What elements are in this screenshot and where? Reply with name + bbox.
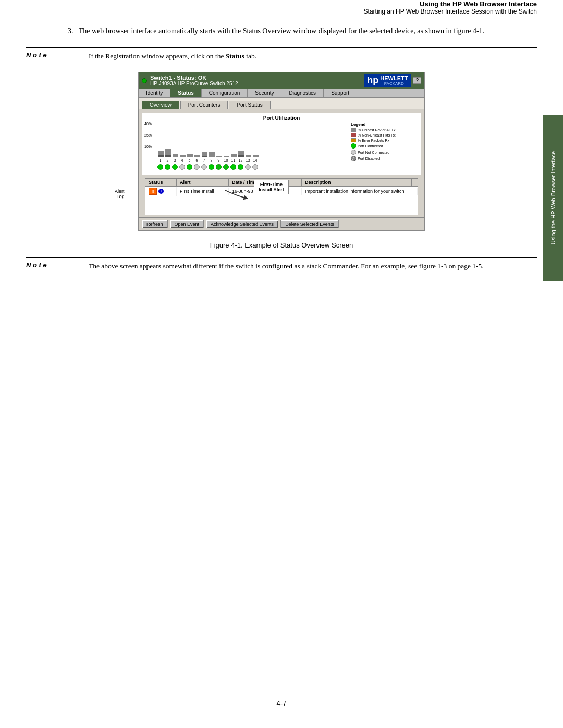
subtab-overview[interactable]: Overview — [142, 101, 179, 109]
cell-status: !! i — [145, 187, 177, 196]
chart-area: Port Utilization 40% 25% 10% — [142, 113, 421, 175]
annotation-bubble: First-TimeInstall Alert — [254, 180, 289, 194]
col-status: Status — [145, 179, 177, 186]
tab-diagnostics[interactable]: Diagnostics — [282, 89, 324, 97]
note-content-2: The above screen appears somewhat differ… — [89, 261, 484, 272]
hp-logo: hp HEWLETT PACKARD — [364, 74, 411, 87]
sidebar: Using the HP Web Browser Interface — [543, 115, 563, 281]
chart-title: Port Utilization — [144, 115, 419, 121]
open-event-button[interactable]: Open Event — [170, 220, 204, 228]
col-alert: Alert — [177, 179, 229, 186]
annotation: First-TimeInstall Alert — [225, 182, 267, 205]
note-label-1: N o t e — [26, 51, 89, 61]
window-titlebar: Switch1 - Status: OK HP J4093A HP ProCur… — [139, 72, 424, 89]
delete-button[interactable]: Delete Selected Events — [280, 220, 339, 228]
cell-description: Important installation information for y… — [302, 188, 418, 195]
chart-legend: Legend % Unicast Rcv or All Tx % Non-Uni… — [351, 122, 419, 171]
note-label-2: N o t e — [26, 261, 89, 272]
screenshot: Switch1 - Status: OK HP J4093A HP ProCur… — [138, 72, 425, 231]
chart-left: 40% 25% 10% — [144, 122, 347, 171]
note-1: N o t e If the Registration window appea… — [26, 47, 537, 61]
tab-identity[interactable]: Identity — [139, 89, 170, 97]
button-row: Refresh Open Event Acknowledge Selected … — [139, 217, 424, 230]
chart-body: 40% 25% 10% — [144, 122, 419, 171]
subtab-port-status[interactable]: Port Status — [229, 101, 270, 109]
status-dot — [142, 78, 147, 83]
info-icon: i — [158, 189, 164, 194]
figure-caption: Figure 4-1. Example of Status Overview S… — [0, 241, 563, 249]
sidebar-text: Using the HP Web Browser Interface — [550, 151, 556, 244]
subtab-port-counters[interactable]: Port Counters — [180, 101, 228, 109]
tab-configuration[interactable]: Configuration — [202, 89, 248, 97]
header-title: Using the HP Web Browser Interface — [0, 0, 537, 8]
tab-security[interactable]: Security — [248, 89, 282, 97]
note-2: N o t e The above screen appears somewha… — [26, 257, 537, 272]
body-text: 3. The web browser interface automatical… — [26, 26, 537, 36]
tab-support[interactable]: Support — [324, 89, 357, 97]
sub-tabs: Overview Port Counters Port Status — [139, 98, 424, 109]
acknowledge-button[interactable]: Acknowledge Selected Events — [206, 220, 278, 228]
title-left: Switch1 - Status: OK HP J4093A HP ProCur… — [142, 75, 238, 87]
alert-log-label: AlertLog — [115, 189, 125, 199]
alert-table-area: AlertLog First-TimeInstall Alert Status … — [142, 178, 421, 215]
tab-status[interactable]: Status — [170, 89, 202, 97]
alert-status-icon: !! — [149, 188, 157, 195]
cell-alert: First Time Install — [177, 188, 229, 195]
note-content-1: If the Registration window appears, clic… — [89, 51, 256, 61]
help-button[interactable]: ? — [413, 77, 421, 84]
page-header: Using the HP Web Browser Interface Start… — [0, 0, 563, 15]
nav-tabs: Identity Status Configuration Security D… — [139, 89, 424, 98]
page-footer: 4-7 — [0, 696, 563, 707]
refresh-button[interactable]: Refresh — [142, 220, 168, 228]
window-title-text: Switch1 - Status: OK HP J4093A HP ProCur… — [150, 75, 238, 87]
col-description: Description — [302, 179, 411, 186]
header-subtitle: Starting an HP Web Browser Interface Ses… — [0, 8, 537, 15]
